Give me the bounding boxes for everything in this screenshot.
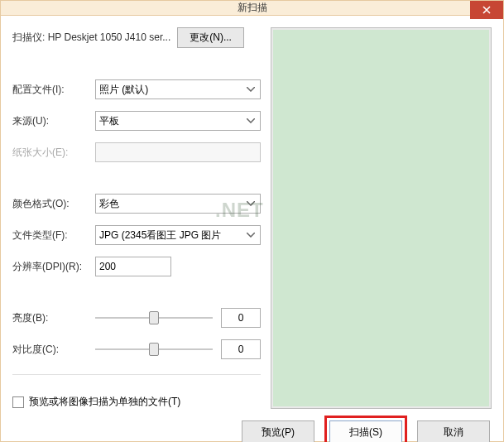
footer: 预览(P) 扫描(S) 取消 bbox=[1, 409, 503, 442]
label-dpi: 分辨率(DPI)(R): bbox=[12, 260, 95, 274]
window-title: 新扫描 bbox=[238, 1, 267, 15]
content-area: 扫描仪: HP Deskjet 1050 J410 ser... 更改(N)..… bbox=[1, 16, 503, 409]
label-contrast: 对比度(C): bbox=[12, 343, 95, 357]
dialog-window: 新扫描 扫描仪: HP Deskjet 1050 J410 ser... 更改(… bbox=[0, 0, 504, 442]
scanner-row: 扫描仪: HP Deskjet 1050 J410 ser... 更改(N)..… bbox=[12, 27, 261, 48]
slider-contrast[interactable] bbox=[95, 342, 213, 357]
change-scanner-button[interactable]: 更改(N)... bbox=[177, 27, 244, 48]
row-profile: 配置文件(I): 照片 (默认) bbox=[12, 79, 261, 99]
row-brightness: 亮度(B): bbox=[12, 308, 261, 328]
close-icon bbox=[482, 6, 491, 14]
preview-canvas bbox=[273, 30, 489, 406]
label-profile: 配置文件(I): bbox=[12, 83, 95, 97]
row-color: 颜色格式(O): 彩色 bbox=[12, 194, 261, 214]
titlebar: 新扫描 bbox=[1, 1, 503, 16]
input-contrast[interactable] bbox=[221, 339, 261, 359]
close-button[interactable] bbox=[470, 1, 503, 19]
checkbox-separate-files[interactable] bbox=[12, 396, 24, 408]
scanner-label: 扫描仪: HP Deskjet 1050 J410 ser... bbox=[12, 31, 170, 45]
select-filetype[interactable]: JPG (2345看图王 JPG 图片 bbox=[95, 225, 261, 245]
cancel-button[interactable]: 取消 bbox=[417, 420, 490, 442]
divider bbox=[12, 374, 261, 375]
row-source: 来源(U): 平板 bbox=[12, 111, 261, 131]
row-dpi: 分辨率(DPI)(R): bbox=[12, 257, 261, 276]
slider-thumb[interactable] bbox=[149, 343, 159, 356]
input-dpi[interactable] bbox=[95, 257, 171, 276]
select-profile[interactable]: 照片 (默认) bbox=[95, 79, 261, 99]
preview-button[interactable]: 预览(P) bbox=[242, 420, 314, 442]
label-separate-files: 预览或将图像扫描为单独的文件(T) bbox=[29, 395, 180, 409]
row-separate-files: 预览或将图像扫描为单独的文件(T) bbox=[12, 395, 261, 409]
label-brightness: 亮度(B): bbox=[12, 311, 95, 325]
label-filetype: 文件类型(F): bbox=[12, 228, 95, 243]
label-color: 颜色格式(O): bbox=[12, 197, 95, 211]
row-contrast: 对比度(C): bbox=[12, 339, 261, 359]
dialog-body: 扫描仪: HP Deskjet 1050 J410 ser... 更改(N)..… bbox=[1, 16, 503, 442]
preview-pane bbox=[271, 27, 492, 409]
highlight-annotation: 扫描(S) bbox=[324, 416, 407, 442]
select-source[interactable]: 平板 bbox=[95, 111, 261, 131]
select-color[interactable]: 彩色 bbox=[95, 194, 261, 214]
row-papersize: 纸张大小(E): bbox=[12, 142, 261, 162]
slider-thumb[interactable] bbox=[149, 311, 159, 324]
slider-brightness[interactable] bbox=[95, 310, 213, 325]
row-filetype: 文件类型(F): JPG (2345看图王 JPG 图片 bbox=[12, 225, 261, 245]
input-brightness[interactable] bbox=[221, 308, 261, 328]
label-papersize: 纸张大小(E): bbox=[12, 146, 95, 160]
preview-panel bbox=[271, 27, 492, 409]
form-panel: 扫描仪: HP Deskjet 1050 J410 ser... 更改(N)..… bbox=[12, 27, 261, 409]
select-papersize bbox=[95, 142, 261, 162]
scan-button[interactable]: 扫描(S) bbox=[329, 420, 402, 442]
label-source: 来源(U): bbox=[12, 114, 95, 128]
